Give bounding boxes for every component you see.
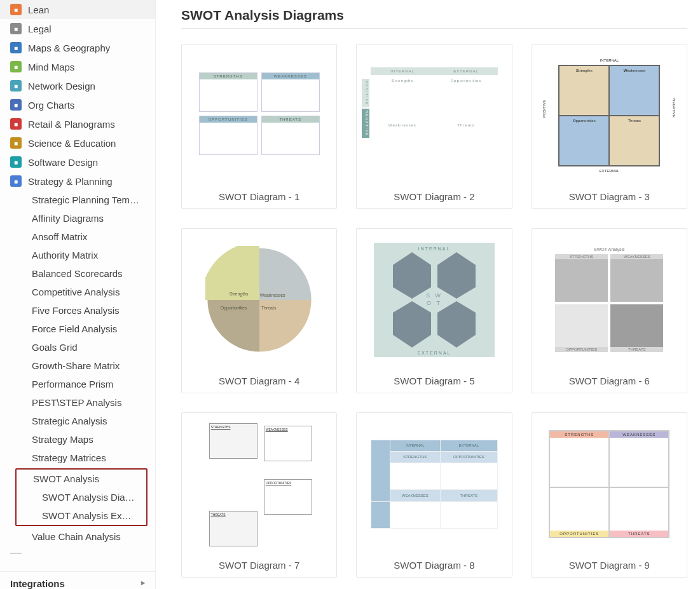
sidebar: ■Lean■Legal■Maps & Geography■Mind Maps■N… <box>0 0 156 589</box>
sidebar-item-retail-planograms[interactable]: ■Retail & Planograms <box>0 114 155 133</box>
card-label: SWOT Diagram - 3 <box>532 186 687 208</box>
sidebar-item-label: Org Charts <box>28 100 74 111</box>
template-card-2[interactable]: POSITIVENEGATIVE INTERNALEXTERNAL Streng… <box>356 44 512 209</box>
sidebar-item-swot-analysis[interactable]: SWOT Analysis <box>17 470 146 488</box>
sidebar-subitem[interactable]: Strategic Analysis <box>0 412 155 430</box>
sidebar-subitem[interactable]: Balanced Scorecards <box>0 264 155 283</box>
sidebar-highlight-swot: SWOT Analysis SWOT Analysis Dia… SWOT An… <box>15 468 148 526</box>
template-card-7[interactable]: STRENGTHS WEAKNESSES OPPORTUNITIES THREA… <box>181 412 337 578</box>
template-card-4[interactable]: Strengths Weaknesses Threats Opportuniti… <box>181 228 337 393</box>
sidebar-subitem[interactable]: Strategy Maps <box>0 430 155 449</box>
sidebar-subitem[interactable]: Ansoff Matrix <box>0 227 155 246</box>
sidebar-item-maps-geography[interactable]: ■Maps & Geography <box>0 38 155 57</box>
thumbnail-swot-2: POSITIVENEGATIVE INTERNALEXTERNAL Streng… <box>357 44 511 186</box>
thumbnail-swot-3: INTERNAL EXTERNAL POSITIVE NEGATIVE Stre… <box>532 44 687 186</box>
category-icon: ■ <box>10 137 22 149</box>
main-content: SWOT Analysis Diagrams STRENGTHS WEAKNES… <box>156 0 700 589</box>
sidebar-item-lean[interactable]: ■Lean <box>0 0 155 19</box>
card-label: SWOT Diagram - 8 <box>357 555 511 577</box>
category-icon: ■ <box>10 4 22 15</box>
template-card-3[interactable]: INTERNAL EXTERNAL POSITIVE NEGATIVE Stre… <box>532 44 687 209</box>
card-label: SWOT Diagram - 1 <box>182 186 336 208</box>
sidebar-subitem[interactable]: PEST\STEP Analysis <box>0 393 155 412</box>
sidebar-subitem[interactable]: Affinity Diagrams <box>0 209 155 227</box>
sidebar-item-label: Strategy & Planning <box>28 176 113 187</box>
sidebar-item-label: Maps & Geography <box>28 43 110 53</box>
sidebar-section-integrations[interactable]: Integrations <box>0 571 155 589</box>
sidebar-subitem[interactable]: Strategy Matrices <box>0 449 155 467</box>
sidebar-item-software-design[interactable]: ■Software Design <box>0 152 155 172</box>
svg-marker-2 <box>393 301 431 348</box>
category-icon: ■ <box>10 156 22 168</box>
svg-marker-1 <box>437 252 476 299</box>
category-icon: ■ <box>10 99 22 111</box>
thumbnail-swot-9: STRENGTHS WEAKNESSES OPPORTUNITIES THREA… <box>532 413 687 555</box>
sidebar-item-swot-diagrams[interactable]: SWOT Analysis Dia… <box>17 488 146 506</box>
sidebar-item-swot-examples[interactable]: SWOT Analysis Exa… <box>17 506 146 525</box>
svg-marker-0 <box>393 252 431 299</box>
sidebar-subitem[interactable]: Competitive Analysis <box>0 283 155 301</box>
card-label: SWOT Diagram - 5 <box>357 370 511 393</box>
card-label: SWOT Diagram - 9 <box>532 555 687 577</box>
template-card-8[interactable]: INTERNALEXTERNAL STRENGTHSOPPORTUNITIES … <box>356 412 512 578</box>
template-card-1[interactable]: STRENGTHS WEAKNESSES OPPORTUNITIES THREA… <box>181 44 337 209</box>
thumbnail-swot-5: INTERNAL EXTERNAL S WO T <box>357 229 511 370</box>
sidebar-subitem[interactable]: Authority Matrix <box>0 246 155 264</box>
template-card-6[interactable]: SWOT Analysis STRENGTHS WEAKNESSES OPPOR… <box>532 228 687 393</box>
sidebar-item-label: Lean <box>28 4 49 15</box>
page-title: SWOT Analysis Diagrams <box>181 8 687 29</box>
svg-marker-3 <box>437 301 476 348</box>
sidebar-item-label: Science & Education <box>28 138 116 149</box>
thumbnail-swot-8: INTERNALEXTERNAL STRENGTHSOPPORTUNITIES … <box>357 413 511 555</box>
sidebar-subitem[interactable]: Value Chain Analysis <box>0 527 155 546</box>
sidebar-item-legal[interactable]: ■Legal <box>0 19 155 38</box>
collapse-handle-icon[interactable]: — <box>0 546 155 562</box>
svg-text:INTERNAL: INTERNAL <box>418 247 451 251</box>
sidebar-item-strategy-planning[interactable]: ■Strategy & Planning <box>0 172 155 191</box>
sidebar-subitem[interactable]: Performance Prism <box>0 375 155 393</box>
sidebar-subitem[interactable]: Five Forces Analysis <box>0 301 155 320</box>
sidebar-item-label: Software Design <box>28 157 98 168</box>
category-icon: ■ <box>10 42 22 53</box>
thumbnail-swot-1: STRENGTHS WEAKNESSES OPPORTUNITIES THREA… <box>182 44 336 186</box>
sidebar-subitem[interactable]: Strategic Planning Tem… <box>0 191 155 209</box>
category-icon: ■ <box>10 23 22 34</box>
thumbnail-swot-7: STRENGTHS WEAKNESSES OPPORTUNITIES THREA… <box>182 413 336 555</box>
svg-text:EXTERNAL: EXTERNAL <box>418 351 451 355</box>
sidebar-scroll[interactable]: ■Lean■Legal■Maps & Geography■Mind Maps■N… <box>0 0 155 571</box>
sidebar-item-mind-maps[interactable]: ■Mind Maps <box>0 57 155 76</box>
card-label: SWOT Diagram - 7 <box>182 555 336 577</box>
sidebar-item-label: Network Design <box>28 81 95 91</box>
sidebar-item-label: Retail & Planograms <box>28 119 115 130</box>
sidebar-item-science-education[interactable]: ■Science & Education <box>0 133 155 152</box>
category-icon: ■ <box>10 175 22 187</box>
sidebar-subitem[interactable]: Goals Grid <box>0 338 155 356</box>
card-label: SWOT Diagram - 4 <box>182 370 336 393</box>
thumbnail-swot-4: Strengths Weaknesses Threats Opportuniti… <box>182 229 336 370</box>
thumbnail-swot-6: SWOT Analysis STRENGTHS WEAKNESSES OPPOR… <box>532 229 687 370</box>
sidebar-subitem[interactable]: Force Field Analysis <box>0 320 155 338</box>
sidebar-item-network-design[interactable]: ■Network Design <box>0 76 155 95</box>
sidebar-item-label: Legal <box>28 24 51 34</box>
card-label: SWOT Diagram - 6 <box>532 370 687 393</box>
sidebar-subitem[interactable]: Growth-Share Matrix <box>0 356 155 375</box>
template-card-9[interactable]: STRENGTHS WEAKNESSES OPPORTUNITIES THREA… <box>532 412 687 578</box>
card-label: SWOT Diagram - 2 <box>357 186 511 208</box>
template-grid: STRENGTHS WEAKNESSES OPPORTUNITIES THREA… <box>181 44 687 578</box>
category-icon: ■ <box>10 118 22 130</box>
sidebar-item-org-charts[interactable]: ■Org Charts <box>0 95 155 114</box>
category-icon: ■ <box>10 61 22 72</box>
sidebar-item-label: Mind Maps <box>28 62 74 72</box>
template-card-5[interactable]: INTERNAL EXTERNAL S WO T SWOT Diagram - … <box>356 228 512 393</box>
category-icon: ■ <box>10 80 22 91</box>
